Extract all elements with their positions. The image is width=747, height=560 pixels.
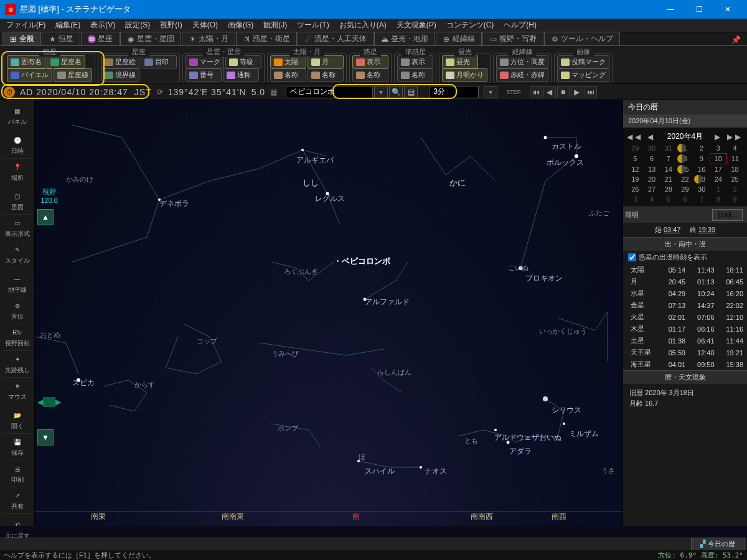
ribbon-button[interactable]: 表示 (352, 55, 388, 68)
search-dropdown-button[interactable]: ▾ (374, 86, 388, 98)
ribbon-tab[interactable]: ⊞全般 (2, 32, 41, 45)
calendar-day[interactable]: 14 (660, 164, 677, 175)
step-back-button[interactable]: ◀ (543, 86, 556, 98)
calendar-day[interactable]: 22 (677, 174, 693, 184)
left-toolbar-button[interactable]: ▢星図 (2, 188, 32, 215)
grid-icon[interactable]: ▦ (270, 88, 277, 96)
calendar-day[interactable]: 24 (710, 174, 727, 184)
ribbon-button[interactable]: 昼光 (442, 55, 478, 68)
calendar-day[interactable]: 26 (627, 184, 644, 194)
left-toolbar-button[interactable]: 🕐日時 (2, 132, 32, 159)
skip-fwd-button[interactable]: ⏭ (585, 86, 597, 98)
left-toolbar-button[interactable]: 🖨印刷 (2, 460, 32, 487)
ribbon-button[interactable]: 星座名 (47, 55, 85, 68)
left-toolbar-button[interactable]: 📂開く (2, 407, 32, 434)
datetime-display[interactable]: AD 2020/04/10 20:28:47 (20, 87, 128, 97)
ribbon-button[interactable]: 星座線 (54, 68, 92, 82)
left-toolbar-button[interactable]: ✎スタイル (2, 241, 32, 268)
calendar-day[interactable]: 1 (710, 184, 727, 194)
search-list-button[interactable]: ▤ (404, 86, 418, 98)
menu-item[interactable]: 編集(E) (52, 19, 84, 32)
search-input[interactable] (286, 86, 373, 98)
clock-icon[interactable]: ⏱ (4, 86, 15, 98)
menu-item[interactable]: 観測(J) (260, 19, 291, 32)
ribbon-tab[interactable]: ◉星雲・星団 (120, 32, 181, 45)
close-button[interactable]: ✕ (713, 0, 742, 19)
menu-item[interactable]: コンテンツ(C) (443, 19, 498, 32)
calendar-day[interactable]: 20 (644, 174, 660, 184)
menu-item[interactable]: ツール(T) (293, 19, 332, 32)
calendar-day[interactable]: 21 (660, 174, 677, 184)
calendar-day[interactable]: 4 (644, 194, 660, 204)
left-toolbar-button[interactable]: 📍場所 (2, 159, 32, 185)
calendar-day[interactable]: 8 (677, 154, 693, 164)
ribbon-button[interactable]: 番号 (186, 68, 222, 82)
calendar-grid[interactable]: 2930311234567891011121314151617181920212… (627, 143, 743, 204)
left-toolbar-button[interactable]: ―地平線 (2, 271, 32, 297)
calendar-day[interactable]: 31 (660, 143, 677, 154)
zoom-out-button[interactable]: ▼ (37, 429, 54, 446)
left-toolbar-button[interactable]: 🖱マウス (2, 378, 32, 404)
scroll-handle[interactable]: ◀▶ (37, 397, 61, 407)
calendar-day[interactable]: 17 (710, 164, 727, 175)
left-toolbar-button[interactable]: 💾保存 (2, 434, 32, 460)
ribbon-tab[interactable]: ★恒星 (42, 32, 80, 45)
ribbon-button[interactable]: 赤経・赤緯 (496, 68, 548, 82)
calendar-day[interactable]: 11 (726, 154, 743, 164)
calendar-day[interactable]: 23 (693, 174, 710, 184)
calendar-day[interactable]: 18 (726, 164, 743, 175)
ribbon-tab[interactable]: ☀太陽・月 (182, 32, 235, 45)
calendar-day[interactable]: 25 (726, 174, 743, 184)
calendar-day[interactable]: 13 (644, 164, 660, 175)
ribbon-button[interactable]: 太陽 (270, 55, 306, 68)
ribbon-button[interactable]: マッピング (557, 68, 609, 82)
detail-button[interactable]: 詳細... (712, 209, 743, 221)
calendar-day[interactable]: 2 (693, 143, 710, 154)
ribbon-tab[interactable]: ⚙ツール・ヘルプ (544, 32, 620, 45)
calendar-day[interactable]: 28 (660, 184, 677, 194)
cal-prev-button[interactable]: ◀◀ ◀ (627, 133, 655, 141)
calendar-day[interactable]: 5 (627, 154, 644, 164)
menu-item[interactable]: 表示(V) (87, 19, 119, 32)
minimize-button[interactable]: ― (656, 0, 685, 19)
ribbon-button[interactable]: 月 (308, 55, 344, 68)
menu-item[interactable]: 画像(G) (224, 19, 257, 32)
calendar-day[interactable]: 30 (644, 143, 660, 154)
left-toolbar-button[interactable]: ↗共有 (2, 487, 32, 514)
skip-back-button[interactable]: ⏮ (530, 86, 542, 98)
zoom-in-button[interactable]: ▲ (37, 209, 54, 225)
cal-next-button[interactable]: ▶ ▶▶ (715, 133, 743, 141)
calendar-day[interactable]: 9 (726, 194, 743, 204)
calendar-day[interactable]: 5 (660, 194, 677, 204)
calendar-day[interactable]: 15 (677, 164, 693, 175)
ribbon-tab[interactable]: ⊕経緯線 (436, 32, 482, 45)
timezone-display[interactable]: JST (134, 87, 152, 97)
calendar-day[interactable]: 16 (693, 164, 710, 175)
mag-display[interactable]: 5.0 (251, 87, 265, 97)
stop-button[interactable]: ■ (557, 86, 570, 98)
ribbon-button[interactable]: マーク (186, 55, 224, 68)
left-toolbar-button[interactable]: ✦光跡残し (2, 351, 32, 378)
left-toolbar-button[interactable]: ▭表示形式 (2, 215, 32, 241)
ribbon-button[interactable]: 名称 (308, 68, 344, 82)
ribbon-button[interactable]: 表示 (397, 55, 433, 68)
calendar-day[interactable]: 7 (660, 154, 677, 164)
menu-item[interactable]: ヘルプ(H) (500, 19, 540, 32)
calendar-day[interactable]: 2 (726, 184, 743, 194)
calendar-day[interactable]: 6 (644, 154, 660, 164)
ribbon-tab[interactable]: ⛰昼光・地形 (374, 32, 435, 45)
ribbon-tab[interactable]: ▭視野・写野 (482, 32, 543, 45)
calendar-day[interactable]: 27 (644, 184, 660, 194)
calendar-day[interactable]: 1 (677, 143, 693, 154)
calendar-day[interactable]: 30 (693, 184, 710, 194)
calendar-day[interactable]: 8 (710, 194, 727, 204)
calendar-day[interactable]: 10 (710, 154, 727, 164)
search-button[interactable]: 🔍 (389, 86, 403, 98)
menu-item[interactable]: 天体(O) (189, 19, 222, 32)
planet-times-checkbox-row[interactable]: 惑星の出没時刻を表示 (623, 251, 747, 264)
step-dropdown-button[interactable]: ▾ (484, 86, 497, 98)
calendar-day[interactable]: 9 (693, 154, 710, 164)
coords-display[interactable]: 139°42'E 35°41'N (168, 87, 247, 97)
ribbon-button[interactable]: 名称 (397, 68, 433, 82)
menu-item[interactable]: ファイル(F) (2, 19, 49, 32)
